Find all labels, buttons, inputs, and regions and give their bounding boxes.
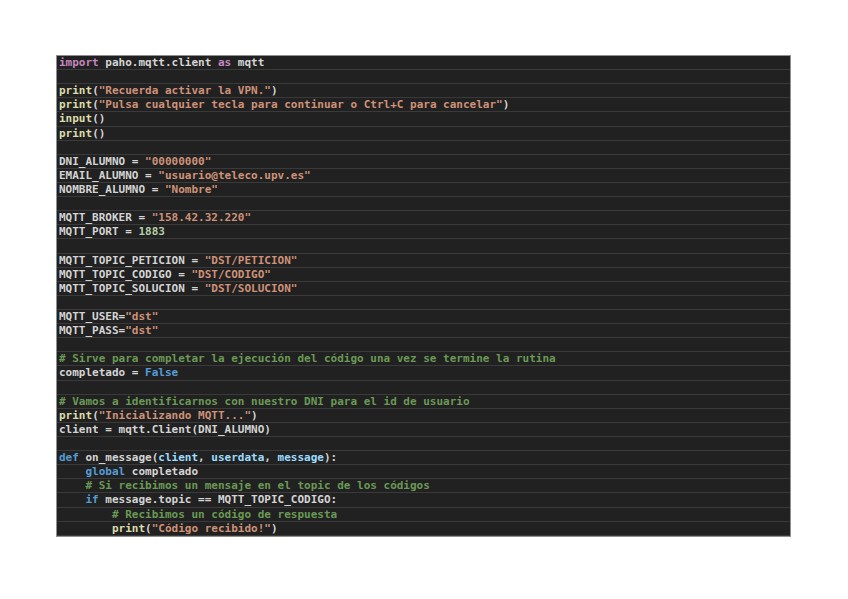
code-line: if message.topic == MQTT_TOPIC_CODIGO: [57,493,790,507]
code-token-comment: # Sirve para completar la ejecución del … [59,352,556,365]
code-token-function: input [59,112,92,125]
code-line: print("Recuerda activar la VPN.") [57,84,790,98]
code-line: MQTT_TOPIC_PETICION = "DST/PETICION" [57,254,790,268]
code-token-param: userdata [211,451,264,464]
code-token-plain: DNI_ALUMNO = [59,155,145,168]
code-token-function: print [59,127,92,140]
code-token-string: "Nombre" [165,183,218,196]
code-line: MQTT_USER="dst" [57,310,790,324]
code-token-plain: ) [271,84,278,97]
code-token-string: "Recuerda activar la VPN." [99,84,271,97]
code-line: MQTT_PORT = 1883 [57,225,790,239]
code-token-string: "DST/CODIGO" [191,268,270,281]
code-token-plain: ): [324,451,337,464]
code-token-plain: ( [92,84,99,97]
code-line: completado = False [57,366,790,380]
code-token-string: "dst" [125,324,158,337]
code-line: import paho.mqtt.client as mqtt [57,56,790,70]
code-line [57,437,790,451]
document-page: import paho.mqtt.client as mqttprint("Re… [0,0,848,599]
code-token-plain: MQTT_PASS= [59,324,125,337]
code-token-string: "usuario@teleco.upv.es" [158,169,310,182]
code-token-plain: ) [503,98,510,111]
code-line [57,296,790,310]
code-token-string: "DST/SOLUCION" [205,282,298,295]
code-token-plain: on_message [86,451,152,464]
code-token-plain [59,493,86,506]
code-token-plain: MQTT_PORT = [59,225,138,238]
code-token-plain: MQTT_TOPIC_PETICION = [59,254,205,267]
code-token-comment: # Recibimos un código de respuesta [59,508,337,521]
code-token-function: print [59,98,92,111]
code-block: import paho.mqtt.client as mqttprint("Re… [56,55,791,537]
code-token-plain [79,451,86,464]
code-token-control: def [59,451,79,464]
code-token-plain: MQTT_TOPIC_CODIGO = [59,268,191,281]
code-token-plain: MQTT_BROKER = [59,211,152,224]
code-token-plain: , [264,451,277,464]
code-token-plain: MQTT_USER= [59,310,125,323]
code-line: MQTT_BROKER = "158.42.32.220" [57,211,790,225]
code-token-string: "dst" [125,310,158,323]
code-token-plain: ( [92,98,99,111]
code-line: global completado [57,465,790,479]
code-token-string: "Pulsa cualquier tecla para continuar o … [99,98,503,111]
code-line: client = mqtt.Client(DNI_ALUMNO) [57,423,790,437]
code-token-number: 1883 [138,225,165,238]
code-line: EMAIL_ALUMNO = "usuario@teleco.upv.es" [57,169,790,183]
code-token-plain: client = mqtt.Client(DNI_ALUMNO) [59,423,271,436]
code-line [57,70,790,84]
code-line: def on_message(client, userdata, message… [57,451,790,465]
code-line: input() [57,112,790,126]
code-token-string: "00000000" [145,155,211,168]
code-line: MQTT_PASS="dst" [57,324,790,338]
code-line: print("Código recibido!") [57,522,790,536]
code-line [57,338,790,352]
code-token-plain: , [198,451,211,464]
code-token-param: client [158,451,198,464]
code-token-plain: message.topic == MQTT_TOPIC_CODIGO: [99,493,337,506]
code-token-control: global [86,465,126,478]
code-token-function: print [59,409,92,422]
code-line: print("Pulsa cualquier tecla para contin… [57,98,790,112]
code-line: print("Inicializando MQTT...") [57,409,790,423]
code-token-plain: ( [92,409,99,422]
code-line: MQTT_TOPIC_CODIGO = "DST/CODIGO" [57,268,790,282]
code-line: # Recibimos un código de respuesta [57,508,790,522]
code-token-keyword: as [218,56,231,69]
code-token-plain: EMAIL_ALUMNO = [59,169,158,182]
code-token-string: "158.42.32.220" [152,211,251,224]
code-line [57,381,790,395]
code-token-function: print [112,522,145,535]
code-token-string: "DST/PETICION" [205,254,298,267]
code-token-keyword: import [59,56,99,69]
code-token-plain: ( [145,522,152,535]
code-token-param: message [278,451,324,464]
code-token-plain [59,522,112,535]
code-line [57,141,790,155]
code-line: NOMBRE_ALUMNO = "Nombre" [57,183,790,197]
code-token-string: "Inicializando MQTT..." [99,409,251,422]
code-token-string: "Código recibido!" [152,522,271,535]
code-line: # Vamos a identificarnos con nuestro DNI… [57,395,790,409]
code-token-plain: completado = [59,366,145,379]
code-line: print() [57,127,790,141]
code-token-comment: # Vamos a identificarnos con nuestro DNI… [59,395,470,408]
code-line: # Sirve para completar la ejecución del … [57,352,790,366]
code-line: DNI_ALUMNO = "00000000" [57,155,790,169]
code-token-control: if [86,493,99,506]
code-token-plain: ) [271,522,278,535]
code-line: MQTT_TOPIC_SOLUCION = "DST/SOLUCION" [57,282,790,296]
code-token-plain: completado [125,465,198,478]
code-token-plain: MQTT_TOPIC_SOLUCION = [59,282,205,295]
code-token-comment: # Si recibimos un mensaje en el topic de… [59,479,430,492]
code-token-plain: mqtt [231,56,264,69]
code-token-plain [59,465,86,478]
code-token-plain: () [92,112,105,125]
code-line [57,197,790,211]
code-token-plain: () [92,127,105,140]
code-token-control: False [145,366,178,379]
code-token-plain: ) [251,409,258,422]
code-line [57,239,790,253]
code-token-plain: paho.mqtt.client [99,56,218,69]
